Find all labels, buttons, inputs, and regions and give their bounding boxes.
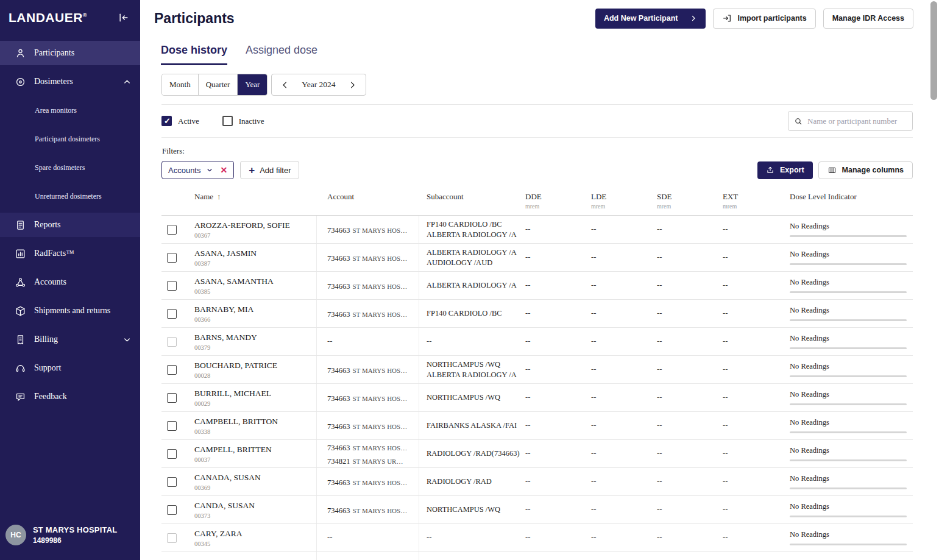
export-label: Export (780, 166, 804, 174)
dose-indicator-bar (790, 459, 907, 461)
name-cell: ASANA, JASMIN00387 (193, 244, 317, 271)
column-header-name[interactable]: Name ↑ (193, 192, 317, 210)
segment-year[interactable]: Year (238, 74, 267, 95)
sidebar-item-participant-dosimeters[interactable]: Participant dosimeters (0, 127, 140, 151)
account-number: 1489986 (33, 536, 117, 545)
scrollbar-thumb[interactable] (930, 1, 937, 100)
dose-indicator-bar (790, 375, 907, 377)
period-row: Month Quarter Year Year 2024 (161, 65, 913, 105)
sidebar-item-unreturned-dosimeters[interactable]: Unreturned dosimeters (0, 184, 140, 208)
add-filter-button[interactable]: + Add filter (240, 161, 299, 179)
table-row: BARNS, MANDY00379------------No Readings (161, 328, 913, 356)
participants-table: Name ↑ Account Subaccount DDEmrem LDEmre… (161, 187, 913, 560)
filter-actions: Export Manage columns (757, 161, 913, 179)
sidebar-item-dosimeters[interactable]: Dosimeters (0, 69, 140, 94)
sidebar-item-feedback[interactable]: Feedback (0, 385, 140, 409)
sidebar-item-shipments[interactable]: Shipments and returns (0, 299, 140, 323)
inactive-filter[interactable]: Inactive (222, 116, 264, 126)
row-checkbox[interactable] (167, 253, 177, 263)
row-checkbox[interactable] (167, 337, 177, 347)
table-row: CANDA, SUSAN00373734663 ST MARYS HOS…NOR… (161, 496, 913, 524)
tab-dose-history[interactable]: Dose history (161, 44, 227, 65)
row-checkbox[interactable] (167, 309, 177, 319)
chevron-right-icon (690, 15, 697, 22)
row-checkbox[interactable] (167, 533, 177, 543)
participant-number: 00385 (194, 288, 311, 295)
sde-value: -- (653, 328, 719, 355)
sidebar-item-label: Shipments and returns (34, 306, 110, 316)
active-checkbox[interactable] (161, 116, 172, 126)
dde-value: -- (522, 244, 587, 271)
table-row: AROZZA-REFORD, SOFIE00367734663 ST MARYS… (161, 216, 913, 244)
main-area: Participants Add New Participant Import … (140, 0, 939, 560)
next-year-button[interactable] (345, 77, 360, 92)
dde-value: -- (522, 440, 587, 467)
row-checkbox[interactable] (167, 505, 177, 515)
sidebar-item-label: Support (34, 363, 61, 373)
dose-indicator-bar (790, 319, 907, 321)
sidebar-item-participants[interactable]: Participants (0, 41, 140, 65)
previous-year-button[interactable] (277, 77, 292, 92)
ext-value: -- (719, 412, 785, 439)
manage-idr-access-button[interactable]: Manage IDR Access (823, 9, 913, 29)
header-checkbox-cell (161, 192, 193, 210)
dose-indicator-label: No Readings (790, 362, 913, 371)
sidebar-item-reports[interactable]: Reports (0, 213, 140, 237)
sidebar-item-support[interactable]: Support (0, 356, 140, 380)
import-participants-button[interactable]: Import participants (713, 9, 815, 29)
manage-columns-button[interactable]: Manage columns (818, 161, 913, 179)
participant-name: AROZZA-REFORD, SOFIE (194, 221, 311, 230)
sidebar-item-billing[interactable]: Billing (0, 327, 140, 352)
sidebar-item-radfacts[interactable]: RadFacts™ (0, 241, 140, 266)
ext-value (719, 552, 785, 560)
filters-block: Filters: Accounts ✕ + Add filter (161, 138, 913, 179)
inactive-checkbox[interactable] (222, 116, 233, 126)
sidebar-collapse-button[interactable] (116, 10, 132, 26)
remove-filter-icon[interactable]: ✕ (220, 165, 227, 175)
account-cell (317, 552, 419, 560)
period-segmented-control: Month Quarter Year (161, 74, 268, 96)
radfacts-icon (15, 248, 26, 260)
segment-month[interactable]: Month (162, 74, 199, 95)
name-cell: CAMPBELL, BRITTON00338 (193, 412, 317, 439)
column-header-account: Account (317, 192, 419, 210)
account-cell: -- (317, 328, 419, 355)
sidebar-item-accounts[interactable]: Accounts (0, 270, 140, 294)
row-checkbox[interactable] (167, 365, 177, 375)
participant-name: BARNABY, MIA (194, 305, 311, 314)
row-checkbox[interactable] (167, 421, 177, 431)
active-filter[interactable]: Active (161, 116, 199, 126)
sidebar-item-spare-dosimeters[interactable]: Spare dosimeters (0, 155, 140, 180)
row-checkbox[interactable] (167, 393, 177, 403)
sidebar-item-label: Accounts (34, 277, 66, 287)
billing-icon (15, 334, 26, 346)
import-button-label: Import participants (737, 14, 806, 23)
participant-name: BOUCHARD, PATRICE (194, 361, 311, 370)
support-icon (15, 363, 26, 374)
subnav-label: Participant dosimeters (35, 135, 100, 144)
sde-value: -- (653, 412, 719, 439)
accounts-filter-chip[interactable]: Accounts ✕ (161, 161, 234, 179)
search-input[interactable] (807, 116, 907, 126)
row-checkbox[interactable] (167, 449, 177, 459)
dose-indicator-label: No Readings (790, 418, 913, 427)
row-checkbox[interactable] (167, 225, 177, 235)
dose-indicator-cell (785, 552, 913, 560)
dosimeters-subnav: Area monitors Participant dosimeters Spa… (0, 98, 140, 208)
column-header-lde: LDEmrem (587, 192, 653, 210)
sidebar-item-area-monitors[interactable]: Area monitors (0, 98, 140, 122)
export-button[interactable]: Export (757, 161, 813, 179)
row-checkbox[interactable] (167, 477, 177, 487)
dose-indicator-cell: No Readings (785, 412, 913, 439)
avatar: HC (5, 525, 26, 545)
segment-quarter[interactable]: Quarter (199, 74, 238, 95)
row-checkbox[interactable] (167, 281, 177, 291)
ext-value: -- (719, 328, 785, 355)
search-box[interactable] (788, 111, 913, 131)
dose-indicator-bar (790, 347, 907, 349)
dose-indicator-cell: No Readings (785, 524, 913, 551)
add-new-participant-button[interactable]: Add New Participant (595, 9, 706, 29)
subnav-label: Area monitors (35, 106, 77, 115)
dde-value (522, 552, 587, 560)
tab-assigned-dose[interactable]: Assigned dose (246, 44, 317, 65)
